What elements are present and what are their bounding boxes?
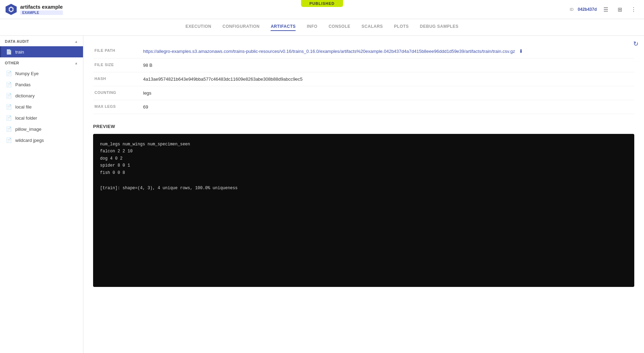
data-audit-chevron: ▲ xyxy=(75,40,78,43)
layout-icon[interactable]: ⊞ xyxy=(615,5,625,14)
sidebar-item-local-folder-label: local folder xyxy=(15,115,37,121)
app-logo-icon xyxy=(6,4,17,15)
app-title: artifacts example xyxy=(20,4,63,10)
file-size-label: FILE SIZE xyxy=(93,58,142,72)
file-icon-numpy-eye: 📄 xyxy=(6,71,12,76)
hash-label: HASH xyxy=(93,72,142,86)
tab-scalars[interactable]: SCALARS xyxy=(362,24,383,31)
file-path-link[interactable]: https://allegro-examples.s3.amazonaws.co… xyxy=(143,49,515,54)
preview-row-spider: spider 8 0 1 xyxy=(100,162,627,169)
file-icon-local-file: 📄 xyxy=(6,104,12,110)
counting-label: COUNTING xyxy=(93,86,142,100)
example-badge: EXAMPLE xyxy=(20,10,63,15)
max-legs-label: MAX LEGS xyxy=(93,100,142,114)
tab-configuration[interactable]: CONFIGURATION xyxy=(223,24,260,31)
app-title-area: artifacts example EXAMPLE xyxy=(20,4,63,15)
logo-area: artifacts example EXAMPLE xyxy=(6,4,63,15)
tab-debug-samples[interactable]: DEBUG SAMPLES xyxy=(420,24,459,31)
sidebar-item-pillow-image-label: pillow_image xyxy=(15,127,41,132)
sidebar-item-wildcard-jpegs-label: wildcard jpegs xyxy=(15,138,44,143)
file-icon-wildcard-jpegs: 📄 xyxy=(6,137,12,143)
sidebar-item-numpy-eye-label: Numpy Eye xyxy=(15,71,39,76)
other-label: OTHER xyxy=(5,61,19,65)
sidebar-item-train-label: train xyxy=(15,49,24,55)
preview-table-header: num_legs num_wings num_specimen_seen xyxy=(100,141,627,148)
sidebar-item-pandas[interactable]: 📄 Pandas xyxy=(0,79,83,90)
menu-icon[interactable]: ⋮ xyxy=(629,5,638,14)
id-label: ID xyxy=(570,7,573,11)
file-icon-local-folder: 📄 xyxy=(6,115,12,121)
sidebar-item-dictionary-label: dictionary xyxy=(15,93,35,98)
published-banner: PUBLISHED xyxy=(301,0,343,7)
preview-title: PREVIEW xyxy=(93,124,634,129)
preview-row-dog: dog 4 0 2 xyxy=(100,155,627,162)
file-icon-train: 📄 xyxy=(6,49,12,55)
top-bar: artifacts example EXAMPLE PUBLISHED ID 0… xyxy=(0,0,644,19)
sidebar-item-dictionary[interactable]: 📄 dictionary xyxy=(0,90,83,101)
max-legs-value: 69 xyxy=(142,100,634,114)
sidebar-item-pillow-image[interactable]: 📄 pillow_image xyxy=(0,123,83,135)
data-audit-label: DATA AUDIT xyxy=(5,39,29,43)
file-icon-pandas: 📄 xyxy=(6,82,12,87)
other-section-header[interactable]: OTHER ▲ xyxy=(0,57,83,68)
notes-icon[interactable]: ☰ xyxy=(601,5,611,14)
content-area: FILE PATH https://allegro-examples.s3.am… xyxy=(83,36,644,353)
tab-execution[interactable]: EXECUTION xyxy=(185,24,212,31)
preview-summary: [train]: shape=(4, 3), 4 unique rows, 10… xyxy=(100,185,627,192)
file-size-value: 98 B xyxy=(142,58,634,72)
top-right: ID 042b437d ☰ ⊞ ⋮ xyxy=(570,5,638,14)
sidebar: DATA AUDIT ▲ 📄 train OTHER ▲ 📄 Numpy Eye… xyxy=(0,36,83,353)
sidebar-item-numpy-eye[interactable]: 📄 Numpy Eye xyxy=(0,68,83,79)
hash-value: 4a13ae9574821b643e949bba577c46483dc11609… xyxy=(142,72,634,86)
file-icon-dictionary: 📄 xyxy=(6,93,12,98)
download-icon[interactable]: ⬇ xyxy=(519,48,523,54)
sidebar-item-train[interactable]: 📄 train xyxy=(0,46,83,57)
tab-artifacts[interactable]: ARTIFACTS xyxy=(271,24,296,31)
sidebar-item-wildcard-jpegs[interactable]: 📄 wildcard jpegs xyxy=(0,135,83,146)
counting-value: legs xyxy=(142,86,634,100)
artifact-info-table: FILE PATH https://allegro-examples.s3.am… xyxy=(93,44,634,114)
sidebar-item-pandas-label: Pandas xyxy=(15,82,31,87)
sidebar-item-local-file-label: local file xyxy=(15,104,32,110)
sidebar-item-local-file[interactable]: 📄 local file xyxy=(0,101,83,112)
sidebar-item-local-folder[interactable]: 📄 local folder xyxy=(0,112,83,123)
data-audit-section-header[interactable]: DATA AUDIT ▲ xyxy=(0,36,83,46)
id-value[interactable]: 042b437d xyxy=(578,7,597,12)
refresh-icon[interactable]: ↻ xyxy=(633,40,638,48)
file-path-label: FILE PATH xyxy=(93,44,142,58)
tab-plots[interactable]: PLOTS xyxy=(394,24,409,31)
preview-box: num_legs num_wings num_specimen_seen fal… xyxy=(93,134,634,287)
file-path-value: https://allegro-examples.s3.amazonaws.co… xyxy=(142,44,634,58)
other-chevron: ▲ xyxy=(75,61,78,65)
preview-row-fish: fish 0 0 8 xyxy=(100,169,627,176)
tab-nav: EXECUTION CONFIGURATION ARTIFACTS INFO C… xyxy=(0,19,644,36)
tab-console[interactable]: CONSOLE xyxy=(329,24,350,31)
main-layout: DATA AUDIT ▲ 📄 train OTHER ▲ 📄 Numpy Eye… xyxy=(0,36,644,353)
preview-row-falcon: falcon 2 2 10 xyxy=(100,148,627,155)
tab-info[interactable]: INFO xyxy=(307,24,317,31)
file-icon-pillow-image: 📄 xyxy=(6,126,12,132)
